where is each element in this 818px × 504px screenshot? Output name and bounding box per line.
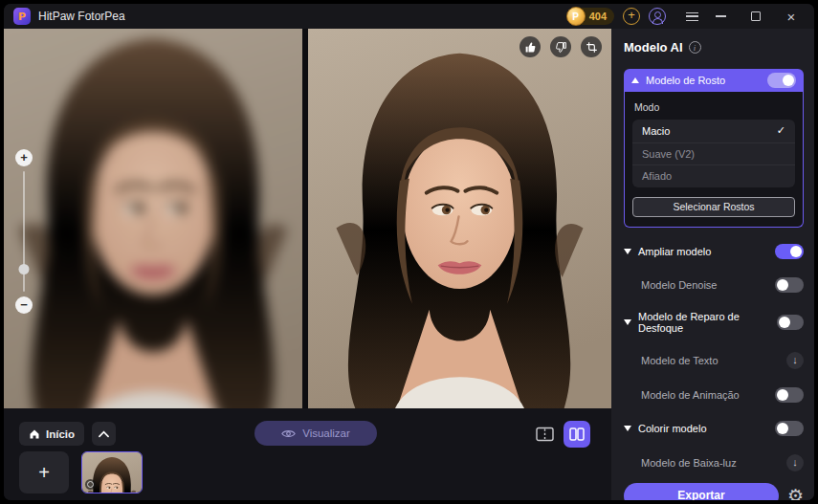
row-reparo-desfoque[interactable]: Modelo de Reparo de Desfoque bbox=[624, 311, 804, 334]
side-by-side-icon[interactable] bbox=[564, 421, 590, 448]
home-icon bbox=[29, 428, 40, 440]
chevron-up-icon bbox=[99, 430, 109, 438]
coin-balance[interactable]: P 404 bbox=[567, 8, 614, 25]
main-area: + − Início bbox=[4, 29, 814, 500]
face-model-card: Modelo de Rosto Modo Macio ✓ Suave (V2) bbox=[624, 69, 804, 228]
app-logo-icon: P bbox=[13, 8, 31, 25]
zoom-slider[interactable] bbox=[23, 171, 26, 292]
mode-option-label: Macio bbox=[642, 125, 670, 137]
zoom-control: + − bbox=[15, 149, 33, 314]
ampliar-modelo-toggle[interactable] bbox=[775, 244, 804, 259]
modelo-animacao-toggle[interactable] bbox=[775, 387, 804, 403]
maximize-button[interactable] bbox=[742, 7, 769, 26]
row-modelo-animacao[interactable]: Modelo de Animação bbox=[624, 387, 804, 403]
download-icon[interactable]: ↓ bbox=[786, 352, 804, 369]
face-model-body: Modo Macio ✓ Suave (V2) Afiado bbox=[624, 92, 804, 228]
logo-letter: P bbox=[18, 11, 26, 23]
info-icon[interactable]: i bbox=[689, 41, 701, 54]
gear-icon[interactable]: ⚙ bbox=[787, 487, 804, 501]
model-row-label: Modelo Denoise bbox=[641, 279, 718, 291]
model-row-label: Colorir modelo bbox=[638, 423, 707, 434]
mode-option-afiado[interactable]: Afiado bbox=[632, 164, 795, 187]
sidebar-footer: Exportar ⚙ bbox=[624, 471, 804, 501]
coin-letter: P bbox=[572, 11, 579, 22]
download-icon[interactable]: ↓ bbox=[786, 454, 804, 471]
modelo-denoise-toggle[interactable] bbox=[775, 277, 804, 293]
preview-label: Visualizar bbox=[302, 427, 350, 439]
user-icon[interactable] bbox=[649, 8, 666, 25]
app-title: HitPaw FotorPea bbox=[38, 10, 125, 23]
sidebar-header: Modelo AI i bbox=[624, 40, 804, 55]
model-row-label: Modelo de Texto bbox=[641, 355, 719, 366]
model-row-label: Modelo de Reparo de Desfoque bbox=[638, 311, 777, 334]
model-row-label: Ampliar modelo bbox=[638, 246, 711, 257]
check-icon: ✓ bbox=[777, 124, 785, 137]
sidebar: Modelo AI i Modelo de Rosto Modo Ma bbox=[611, 29, 814, 500]
plus-circle-icon[interactable]: + bbox=[623, 8, 640, 25]
model-row-label: Modelo de Animação bbox=[641, 389, 740, 401]
mode-label: Modo bbox=[634, 101, 795, 113]
preview-button[interactable]: Visualizar bbox=[254, 421, 377, 446]
mode-option-label: Afiado bbox=[642, 170, 672, 182]
app-window: P HitPaw FotorPea P 404 + × bbox=[0, 0, 818, 504]
row-colorir-modelo[interactable]: Colorir modelo bbox=[624, 421, 804, 436]
coin-icon: P bbox=[566, 7, 586, 26]
eye-icon bbox=[281, 428, 296, 439]
close-button[interactable]: × bbox=[778, 7, 805, 26]
row-ampliar-modelo[interactable]: Ampliar modelo bbox=[624, 244, 804, 259]
app-frame: P HitPaw FotorPea P 404 + × bbox=[4, 4, 814, 500]
crop-icon[interactable] bbox=[581, 36, 602, 57]
collapse-up-icon bbox=[631, 77, 639, 83]
select-faces-button[interactable]: Selecionar Rostos bbox=[632, 197, 795, 217]
face-model-toggle[interactable] bbox=[767, 73, 796, 88]
mode-option-label: Suave (V2) bbox=[642, 148, 695, 160]
face-model-label: Modelo de Rosto bbox=[646, 75, 761, 86]
before-image[interactable] bbox=[4, 29, 302, 408]
bottom-toolbar: Início Visualizar bbox=[4, 408, 611, 500]
collapse-filmstrip-button[interactable] bbox=[92, 422, 116, 446]
workspace: + − Início bbox=[4, 29, 611, 500]
mode-list: Macio ✓ Suave (V2) Afiado bbox=[632, 120, 795, 187]
home-button[interactable]: Início bbox=[19, 422, 84, 446]
row-modelo-texto[interactable]: Modelo de Texto ↓ bbox=[624, 352, 804, 369]
model-row-label: Modelo de Baixa-luz bbox=[641, 457, 737, 469]
filmstrip: + bbox=[19, 451, 596, 493]
reparo-desfoque-toggle[interactable] bbox=[777, 315, 804, 330]
image-thumbnail[interactable] bbox=[81, 451, 143, 493]
collapse-down-icon bbox=[624, 249, 631, 254]
feedback-toolbar bbox=[520, 36, 602, 57]
colorir-modelo-toggle[interactable] bbox=[775, 421, 804, 436]
after-image[interactable] bbox=[308, 29, 611, 408]
split-view-icon[interactable] bbox=[536, 427, 554, 442]
collapse-down-icon bbox=[624, 319, 631, 325]
thumbnail-status-icon bbox=[85, 479, 96, 490]
toolbar-row: Início Visualizar bbox=[19, 422, 596, 446]
maximize-icon bbox=[751, 11, 761, 21]
export-button[interactable]: Exportar bbox=[624, 483, 779, 501]
sidebar-title: Modelo AI bbox=[624, 40, 683, 55]
row-modelo-denoise[interactable]: Modelo Denoise bbox=[624, 277, 804, 293]
face-model-header[interactable]: Modelo de Rosto bbox=[624, 69, 804, 92]
home-label: Início bbox=[46, 428, 75, 440]
compare-canvas: + − bbox=[4, 29, 611, 408]
hamburger-icon[interactable] bbox=[686, 12, 698, 21]
add-image-button[interactable]: + bbox=[19, 451, 69, 493]
mode-option-macio[interactable]: Macio ✓ bbox=[632, 120, 795, 142]
compare-mode-switch bbox=[536, 421, 590, 448]
titlebar: P HitPaw FotorPea P 404 + × bbox=[4, 4, 814, 29]
zoom-in-button[interactable]: + bbox=[15, 149, 33, 166]
row-modelo-baixa-luz[interactable]: Modelo de Baixa-luz ↓ bbox=[624, 454, 804, 471]
thumbs-down-icon[interactable] bbox=[550, 36, 571, 57]
thumbs-up-icon[interactable] bbox=[520, 36, 541, 57]
zoom-out-button[interactable]: − bbox=[15, 296, 33, 314]
minimize-button[interactable] bbox=[707, 7, 734, 26]
mode-option-suave[interactable]: Suave (V2) bbox=[632, 142, 795, 165]
titlebar-actions: P 404 + × bbox=[567, 7, 805, 26]
minimize-icon bbox=[716, 15, 726, 17]
zoom-slider-knob[interactable] bbox=[19, 264, 30, 274]
coin-count: 404 bbox=[589, 11, 607, 22]
collapse-down-icon bbox=[624, 426, 631, 431]
